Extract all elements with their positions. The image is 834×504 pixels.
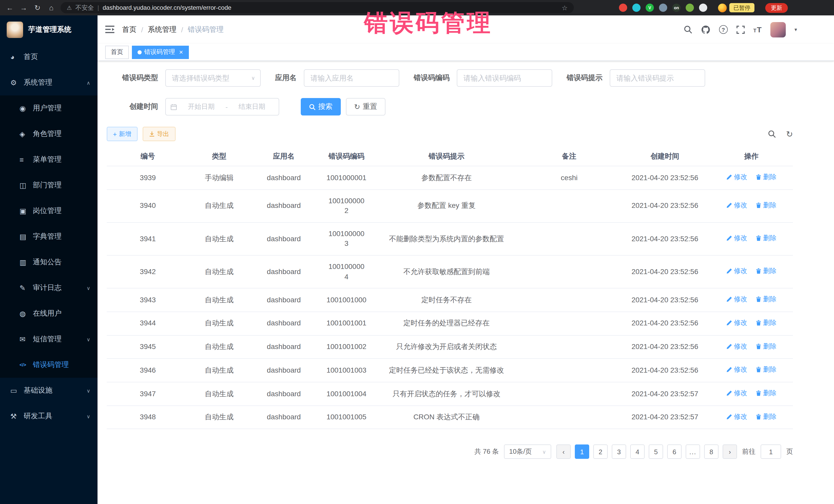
pagination-page-3[interactable]: 3 [612, 445, 626, 459]
github-icon[interactable] [701, 25, 710, 34]
delete-trash-icon [755, 268, 762, 274]
fullscreen-icon[interactable] [736, 25, 744, 34]
help-icon[interactable]: ? [719, 25, 727, 34]
reset-button[interactable]: ↻ 重置 [346, 98, 385, 115]
edit-link[interactable]: 修改 [726, 318, 747, 327]
sidebar-toggle-icon[interactable] [97, 26, 122, 34]
address-bar[interactable]: ⚠ 不安全 | dashboard.yudao.iocoder.cn/syste… [61, 2, 574, 13]
user-avatar[interactable] [770, 22, 786, 37]
pagination-page-6[interactable]: 6 [667, 445, 682, 459]
page-size-select[interactable]: 10条/页 ∨ [504, 445, 551, 459]
edit-link[interactable]: 修改 [726, 267, 747, 276]
extension-water-drop-icon[interactable] [632, 4, 640, 12]
forward-icon[interactable]: → [19, 4, 28, 12]
sidebar-item-home[interactable]: ◕ 首页 [0, 44, 97, 70]
pagination-prev[interactable]: ‹ [556, 445, 571, 459]
sidebar-item-dev-tools[interactable]: ⚒ 研发工具 ∨ [0, 403, 97, 429]
edit-link[interactable]: 修改 [726, 295, 747, 304]
add-button[interactable]: + 新增 [107, 127, 137, 141]
pagination-page-4[interactable]: 4 [630, 445, 644, 459]
cell-id: 3948 [107, 406, 189, 429]
delete-link[interactable]: 删除 [755, 267, 776, 276]
delete-link[interactable]: 删除 [755, 295, 776, 304]
sidebar-item-announcements[interactable]: ▥ 通知公告 [0, 249, 97, 275]
extension-leaf-icon[interactable] [686, 4, 694, 12]
edit-link[interactable]: 修改 [726, 365, 747, 374]
delete-link[interactable]: 删除 [755, 172, 776, 182]
sidebar-item-sms[interactable]: ✉ 短信管理 ∨ [0, 326, 97, 352]
delete-link[interactable]: 删除 [755, 365, 776, 374]
menu-arrow-icon: ∨ [86, 413, 90, 419]
app-name-input[interactable] [304, 69, 399, 87]
delete-link[interactable]: 删除 [755, 389, 776, 398]
delete-link[interactable]: 删除 [755, 201, 776, 210]
delete-trash-icon [755, 235, 762, 241]
delete-link[interactable]: 删除 [755, 318, 776, 327]
sidebar-item-audit-logs[interactable]: ✎ 审计日志 ∨ [0, 275, 97, 301]
sidebar-item-posts[interactable]: ▣ 岗位管理 [0, 198, 97, 224]
sidebar-item-label: 部门管理 [33, 181, 90, 190]
cell-remark [518, 288, 620, 312]
edit-link[interactable]: 修改 [726, 172, 747, 182]
edit-link[interactable]: 修改 [726, 342, 747, 351]
delete-link-label: 删除 [763, 172, 776, 182]
table-search-icon[interactable] [768, 130, 776, 138]
pagination-next[interactable]: › [723, 445, 737, 459]
extension-people-icon[interactable] [659, 4, 667, 12]
sidebar-item-departments[interactable]: ◫ 部门管理 [0, 172, 97, 198]
edit-link[interactable]: 修改 [726, 389, 747, 398]
edit-link[interactable]: 修改 [726, 234, 747, 243]
delete-link[interactable]: 删除 [755, 234, 776, 243]
error-type-select[interactable] [165, 69, 261, 87]
cell-id: 3944 [107, 312, 189, 335]
sidebar-item-online-users[interactable]: ◍ 在线用户 [0, 301, 97, 326]
pagination-page-5[interactable]: 5 [649, 445, 663, 459]
pagination-page-2[interactable]: 2 [593, 445, 608, 459]
search-button[interactable]: 搜索 [301, 98, 341, 115]
sidebar-item-dictionaries[interactable]: ▤ 字典管理 [0, 224, 97, 249]
extension-on-badge-icon[interactable]: on [672, 4, 681, 12]
pagination-more[interactable]: ... [686, 445, 700, 459]
browser-update-button[interactable]: 更新 [765, 3, 788, 13]
tab-home[interactable]: 首页 [105, 45, 129, 59]
error-hint-input[interactable] [610, 69, 705, 87]
sidebar-item-menus[interactable]: ≡ 菜单管理 [0, 147, 97, 172]
avatar-caret-icon[interactable]: ▾ [794, 27, 797, 32]
extension-red-circle-icon[interactable] [619, 4, 627, 12]
search-icon[interactable] [683, 25, 692, 34]
extension-green-check-icon[interactable]: V [646, 4, 654, 12]
edit-link[interactable]: 修改 [726, 201, 747, 210]
date-range-picker[interactable]: 开始日期 - 结束日期 [165, 98, 279, 115]
breadcrumb-home[interactable]: 首页 [122, 25, 136, 34]
app-logo[interactable]: 芋道管理系统 [0, 15, 97, 44]
cell-code: 1001001000 [318, 288, 375, 312]
edit-link[interactable]: 修改 [726, 412, 747, 421]
sidebar-item-error-codes[interactable]: </> 错误码管理 [0, 352, 97, 378]
goto-label: 前往 [742, 447, 755, 457]
cell-hint: 不允许获取敏感配置到前端 [375, 255, 518, 288]
back-icon[interactable]: ← [5, 4, 14, 12]
date-range-separator: - [225, 103, 228, 111]
reload-icon[interactable]: ↻ [33, 4, 42, 12]
delete-link[interactable]: 删除 [755, 412, 776, 421]
export-button[interactable]: 导出 [142, 127, 175, 141]
sidebar-item-infrastructure[interactable]: ▭ 基础设施 ∨ [0, 378, 97, 403]
pagination-page-8[interactable]: 8 [704, 445, 719, 459]
extension-cat-icon[interactable] [699, 4, 707, 12]
home-icon[interactable]: ⌂ [47, 4, 56, 12]
sidebar-item-system[interactable]: ⚙ 系统管理 ∧ [0, 70, 97, 95]
pagination-page-1[interactable]: 1 [575, 445, 589, 459]
tab-close-icon[interactable]: × [179, 49, 183, 56]
table-refresh-icon[interactable]: ↻ [786, 129, 793, 139]
goto-page-input[interactable] [761, 445, 781, 459]
sidebar-item-roles[interactable]: ◈ 角色管理 [0, 121, 97, 147]
error-code-input[interactable] [457, 69, 552, 87]
bookmark-star-icon[interactable]: ☆ [562, 4, 568, 12]
paused-extension[interactable]: 已暂停 [718, 3, 754, 12]
cell-actions: 修改 删除 [710, 255, 793, 288]
browser-chrome: ← → ↻ ⌂ ⚠ 不安全 | dashboard.yudao.iocoder.… [0, 0, 834, 15]
font-size-icon[interactable]: TT [753, 25, 762, 34]
sidebar-item-users[interactable]: ◉ 用户管理 [0, 95, 97, 121]
delete-link[interactable]: 删除 [755, 342, 776, 351]
tab-error-code[interactable]: 错误码管理 × [132, 45, 189, 59]
